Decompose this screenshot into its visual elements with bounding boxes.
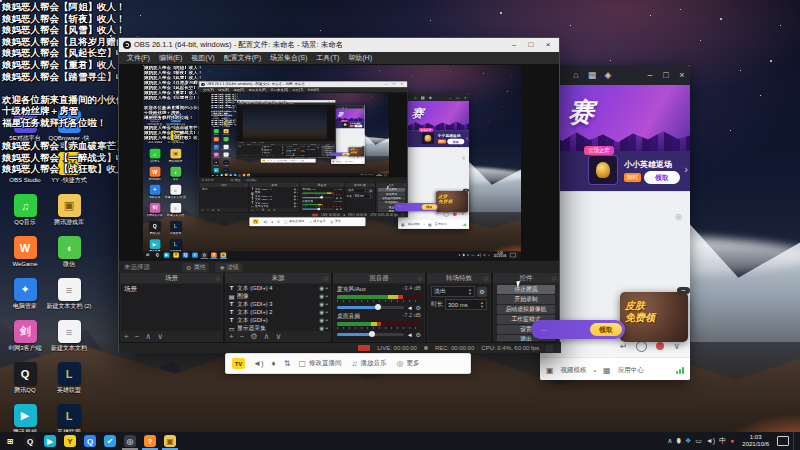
menu-item[interactable]: 工具(T) xyxy=(316,53,339,63)
maximize-icon[interactable]: □ xyxy=(357,106,361,108)
visibility-eye-icon[interactable]: ◉ xyxy=(282,150,283,151)
taskbar-app-button[interactable]: ◎ xyxy=(200,251,209,259)
dock-pin-icon[interactable]: ◇ xyxy=(215,274,220,281)
lock-icon[interactable]: ▪ xyxy=(326,309,328,315)
control-button[interactable]: 开始录制 xyxy=(322,148,335,150)
skin-ad-popup[interactable]: 皮肤免费领 – xyxy=(620,292,688,342)
home-icon[interactable]: ⌂ xyxy=(568,70,584,80)
desktop-icon[interactable]: L 英雄联盟 xyxy=(221,160,231,168)
desktop-icon[interactable]: ▣ 腾讯游戏库 xyxy=(46,194,92,236)
toolbar-item[interactable]: ◎ 更多 xyxy=(396,359,419,368)
volume-tray-icon[interactable]: ◄) xyxy=(368,173,370,176)
menu-item[interactable]: 场景集合(S) xyxy=(271,88,289,92)
toolbar-item[interactable]: ◎ 更多 xyxy=(299,160,304,162)
show-desktop-button[interactable] xyxy=(793,432,798,450)
sources-tool-button[interactable]: + xyxy=(229,332,234,342)
sources-tool-button[interactable]: − xyxy=(240,332,245,342)
scenes-tool-button[interactable]: − xyxy=(241,155,242,157)
grid-icon[interactable]: ▦ xyxy=(584,70,600,80)
transition-gear-button[interactable]: ⚙ xyxy=(477,287,487,297)
dock-pin-icon[interactable]: ◇ xyxy=(304,144,305,145)
taskbar-app-button[interactable]: ? xyxy=(140,432,160,450)
close-icon[interactable]: × xyxy=(674,70,690,80)
display-tray-icon[interactable]: ▭ xyxy=(366,173,367,176)
lock-icon[interactable]: ▪ xyxy=(297,202,298,205)
taskbar-app-button[interactable]: ▣ xyxy=(219,251,228,259)
slider-handle[interactable] xyxy=(369,331,375,337)
sources-tool-button[interactable]: ∧ xyxy=(264,332,270,342)
sources-tool-button[interactable]: − xyxy=(256,208,258,212)
notification-dot-icon[interactable]: ● xyxy=(374,173,375,176)
sources-tool-button[interactable]: ∧ xyxy=(269,155,270,157)
source-row[interactable]: T 文本 (GDI+) 4 ◉ ▪ xyxy=(261,146,284,147)
home-icon[interactable]: ⌂ xyxy=(337,106,341,108)
source-row[interactable]: T 文本 (GDI+) 3 ◉ ▪ xyxy=(250,194,299,197)
visibility-eye-icon[interactable]: ◉ xyxy=(319,309,324,315)
menu-item[interactable]: 帮助(H) xyxy=(288,103,293,105)
desktop-icon[interactable]: ≡ 新建文本文档 (2) xyxy=(165,185,187,203)
desktop-icon[interactable]: Q 腾讯QQ xyxy=(144,221,166,239)
promo-banner[interactable]: 赛 xyxy=(331,109,364,121)
visibility-eye-icon[interactable]: ◉ xyxy=(282,149,283,150)
transition-gear-button[interactable]: ⚙ xyxy=(317,146,319,148)
gear-icon[interactable]: ⚙ xyxy=(416,304,421,311)
show-desktop-button[interactable] xyxy=(388,173,389,176)
close-icon[interactable]: × xyxy=(399,81,406,87)
lock-icon[interactable]: ▪ xyxy=(326,285,328,291)
chat-bubble-icon[interactable] xyxy=(444,212,449,217)
scenes-tool-button[interactable]: ∧ xyxy=(145,332,151,342)
sources-tool-button[interactable]: ∨ xyxy=(272,155,273,157)
control-button[interactable]: 开始录制 xyxy=(378,192,405,196)
taskbar-app-button[interactable]: ▣ xyxy=(160,432,180,450)
shield-icon[interactable]: ❖ xyxy=(685,432,691,450)
taskbar-app-button[interactable]: Q xyxy=(215,173,219,176)
video-template-button[interactable]: 视频模板 xyxy=(336,161,342,163)
toast-claim-button[interactable]: 领取 xyxy=(342,153,349,155)
desktop-icon[interactable]: ≡ 新建文本文档 (2) xyxy=(46,278,92,320)
microphone-tray-icon[interactable]: ⬮ xyxy=(362,173,363,176)
gear-icon[interactable]: ⚙ xyxy=(339,196,342,199)
dock-pin-icon[interactable]: ◇ xyxy=(318,144,319,145)
speaker-icon[interactable]: ◄) xyxy=(267,160,269,162)
desktop-icon[interactable]: ▶ 腾讯视频 xyxy=(211,168,221,176)
control-button[interactable]: 启动虚拟摄像机 xyxy=(497,305,555,314)
desktop-icon[interactable]: ▣ 腾讯游戏库 xyxy=(221,129,231,137)
scenes-tool-button[interactable]: − xyxy=(207,208,209,212)
scenes-tool-button[interactable]: ∨ xyxy=(157,332,163,342)
volume-slider[interactable] xyxy=(302,197,333,198)
slider-handle[interactable] xyxy=(317,208,320,211)
enter-icon[interactable]: ↵ xyxy=(349,156,351,158)
minimize-icon[interactable]: – xyxy=(446,95,454,99)
control-button[interactable]: 工作室模式 xyxy=(322,152,335,154)
lock-icon[interactable]: ▪ xyxy=(297,188,298,191)
transition-select[interactable]: 淡出 ▲▼ xyxy=(307,146,317,148)
visibility-eye-icon[interactable]: ◉ xyxy=(294,195,296,198)
desktop-icon[interactable]: W WeGame xyxy=(211,137,221,145)
pin-icon[interactable]: ◎ xyxy=(462,156,465,160)
gamepad-icon[interactable]: ◈ xyxy=(345,106,349,108)
taskbar-app-button[interactable]: ▶ xyxy=(219,173,223,176)
dock-pin-icon[interactable]: ◇ xyxy=(283,144,284,145)
visibility-eye-icon[interactable]: ◉ xyxy=(319,293,324,299)
speaker-icon[interactable]: ◄ xyxy=(407,305,413,311)
promo-banner[interactable]: 赛 xyxy=(398,102,469,130)
lock-icon[interactable]: ▪ xyxy=(326,301,328,307)
sources-tool-button[interactable]: ∨ xyxy=(273,208,276,212)
scenes-tool-button[interactable]: + xyxy=(124,332,129,342)
ime-indicator[interactable]: 中 xyxy=(371,173,373,176)
desktop-icon[interactable]: ≡ 新建文本文档 xyxy=(46,320,92,362)
obs-titlebar[interactable]: OBS 26.1.1 (64-bit, windows) - 配置文件: 未命名… xyxy=(199,81,407,87)
visibility-eye-icon[interactable]: ◉ xyxy=(294,205,296,208)
toast-claim-button[interactable]: 领取 xyxy=(590,323,622,336)
sources-tool-button[interactable]: + xyxy=(262,155,263,157)
dock-pin-icon[interactable]: ◇ xyxy=(404,183,406,186)
source-row[interactable]: T 文本 (GDI+) 2 ◉ ▪ xyxy=(261,150,284,151)
gear-icon[interactable]: ⚙ xyxy=(303,155,304,156)
sources-tool-button[interactable]: − xyxy=(264,155,265,157)
taskbar-app-button[interactable]: Y xyxy=(171,251,180,259)
volume-slider[interactable] xyxy=(337,306,404,309)
desktop-icon[interactable]: Q 腾讯QQ xyxy=(211,160,221,168)
event-card[interactable]: 云顶之弈 小小英雄返场 限时 领取 › xyxy=(398,130,469,147)
desktop-icon[interactable]: 剑 剑网3客户端 xyxy=(144,203,166,221)
scenes-tool-button[interactable]: + xyxy=(202,208,204,212)
